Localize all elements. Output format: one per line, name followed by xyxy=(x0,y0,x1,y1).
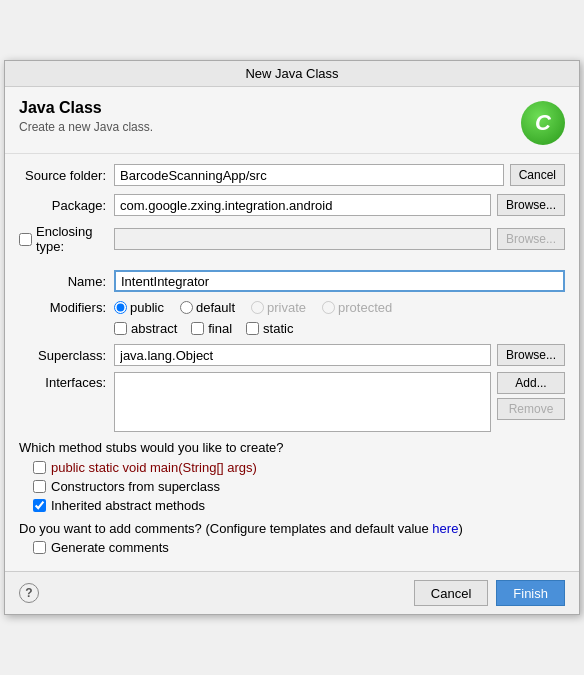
superclass-input[interactable] xyxy=(114,344,491,366)
stubs-inherited-item: Inherited abstract methods xyxy=(19,498,565,513)
form-content: Source folder: Cancel Package: Browse...… xyxy=(5,154,579,571)
stubs-main-label: public static void main(String[] args) xyxy=(51,460,257,475)
stubs-title: Which method stubs would you like to cre… xyxy=(19,440,565,455)
source-folder-row: Source folder: Cancel xyxy=(19,164,565,186)
stubs-inherited-checkbox[interactable] xyxy=(33,499,46,512)
modifier-protected-label: protected xyxy=(322,300,392,315)
enclosing-type-input[interactable] xyxy=(114,228,491,250)
dialog-title: New Java Class xyxy=(245,66,338,81)
interfaces-row: Interfaces: Add... Remove xyxy=(19,372,565,432)
package-row: Package: Browse... xyxy=(19,194,565,216)
package-browse-button[interactable]: Browse... xyxy=(497,194,565,216)
title-bar: New Java Class xyxy=(5,61,579,87)
java-class-icon: C xyxy=(521,101,565,145)
interfaces-remove-button: Remove xyxy=(497,398,565,420)
stubs-main-checkbox[interactable] xyxy=(33,461,46,474)
final-checkbox-label[interactable]: final xyxy=(191,321,232,336)
header-section: Java Class Create a new Java class. C xyxy=(5,87,579,154)
final-checkbox[interactable] xyxy=(191,322,204,335)
modifier-private-label: private xyxy=(251,300,306,315)
generate-comments-label: Generate comments xyxy=(51,540,169,555)
header-subtitle: Create a new Java class. xyxy=(19,120,153,134)
static-checkbox-label[interactable]: static xyxy=(246,321,293,336)
source-folder-label: Source folder: xyxy=(19,168,114,183)
name-input[interactable] xyxy=(114,270,565,292)
package-input[interactable] xyxy=(114,194,491,216)
enclosing-type-checkbox-label[interactable]: Enclosing type: xyxy=(19,224,106,254)
modifier-public-radio[interactable] xyxy=(114,301,127,314)
header-title: Java Class xyxy=(19,99,153,117)
name-label: Name: xyxy=(19,274,114,289)
package-label: Package: xyxy=(19,198,114,213)
dialog-footer: ? Cancel Finish xyxy=(5,571,579,614)
finish-button[interactable]: Finish xyxy=(496,580,565,606)
footer-left: ? xyxy=(19,583,39,603)
enclosing-type-checkbox[interactable] xyxy=(19,233,32,246)
modifiers-row: Modifiers: public default private protec… xyxy=(19,300,565,315)
stubs-section: Which method stubs would you like to cre… xyxy=(19,440,565,513)
modifier-checks-row: abstract final static xyxy=(19,321,565,336)
configure-templates-link[interactable]: here xyxy=(432,521,458,536)
interfaces-label: Interfaces: xyxy=(19,372,114,390)
generate-comments-item: Generate comments xyxy=(19,540,565,555)
comments-section: Do you want to add comments? (Configure … xyxy=(19,521,565,555)
abstract-checkbox-label[interactable]: abstract xyxy=(114,321,177,336)
modifier-default-radio[interactable] xyxy=(180,301,193,314)
enclosing-type-label: Enclosing type: xyxy=(36,224,106,254)
modifiers-radio-group: public default private protected xyxy=(114,300,565,315)
stubs-constructors-checkbox[interactable] xyxy=(33,480,46,493)
footer-buttons: Cancel Finish xyxy=(414,580,565,606)
new-java-class-dialog: New Java Class Java Class Create a new J… xyxy=(4,60,580,615)
modifier-default-label[interactable]: default xyxy=(180,300,235,315)
superclass-browse-button[interactable]: Browse... xyxy=(497,344,565,366)
cancel-button[interactable]: Cancel xyxy=(414,580,488,606)
stubs-inherited-label: Inherited abstract methods xyxy=(51,498,205,513)
comments-title: Do you want to add comments? (Configure … xyxy=(19,521,565,536)
name-row: Name: xyxy=(19,270,565,292)
stubs-constructors-label: Constructors from superclass xyxy=(51,479,220,494)
modifier-protected-radio xyxy=(322,301,335,314)
modifiers-label: Modifiers: xyxy=(19,300,114,315)
enclosing-type-browse-button: Browse... xyxy=(497,228,565,250)
enclosing-type-row: Enclosing type: Browse... xyxy=(19,224,565,254)
generate-comments-checkbox[interactable] xyxy=(33,541,46,554)
interfaces-add-button[interactable]: Add... xyxy=(497,372,565,394)
abstract-checkbox[interactable] xyxy=(114,322,127,335)
superclass-row: Superclass: Browse... xyxy=(19,344,565,366)
source-folder-input[interactable] xyxy=(114,164,504,186)
header-text: Java Class Create a new Java class. xyxy=(19,99,153,134)
superclass-label: Superclass: xyxy=(19,348,114,363)
interfaces-textarea[interactable] xyxy=(114,372,491,432)
source-folder-browse-button[interactable]: Cancel xyxy=(510,164,565,186)
modifier-private-radio xyxy=(251,301,264,314)
modifier-public-label[interactable]: public xyxy=(114,300,164,315)
interfaces-buttons: Add... Remove xyxy=(497,372,565,420)
stubs-constructors-item: Constructors from superclass xyxy=(19,479,565,494)
help-icon[interactable]: ? xyxy=(19,583,39,603)
static-checkbox[interactable] xyxy=(246,322,259,335)
stubs-main-item: public static void main(String[] args) xyxy=(19,460,565,475)
